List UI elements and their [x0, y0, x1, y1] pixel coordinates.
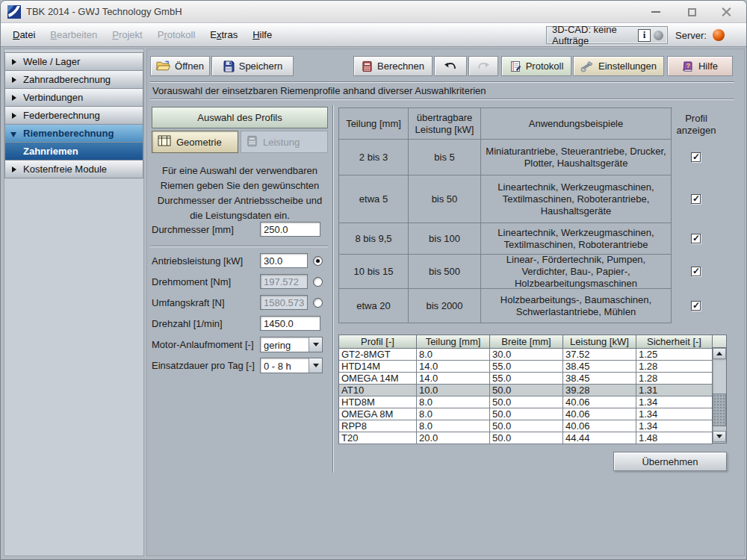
apply-button[interactable]: Übernehmen — [613, 452, 727, 471]
profile-table-cell[interactable]: 1.34 — [636, 420, 713, 432]
profile-table-cell[interactable]: 1.28 — [636, 373, 713, 385]
profile-table-header[interactable]: Profil [-] — [339, 335, 417, 349]
dropdown-arrow-icon[interactable] — [309, 337, 322, 352]
profile-table-header[interactable]: Teilung [mm] — [417, 335, 490, 349]
profile-table-cell[interactable]: 38.45 — [563, 373, 636, 385]
profile-table-cell[interactable]: HTD8M — [339, 396, 417, 408]
profile-show-checkbox-4[interactable] — [691, 301, 701, 311]
belt-profile-selection-table: Teilung [mm]übertragbare Leistung [kW]An… — [338, 108, 672, 323]
sidebar-item-verbindungen[interactable]: Verbindungen — [4, 88, 143, 107]
scroll-down-icon[interactable] — [713, 431, 726, 442]
profile-table-cell[interactable]: 40.06 — [563, 396, 636, 408]
profile-table-cell[interactable]: 50.0 — [490, 420, 563, 432]
protocol-button[interactable]: Protokoll — [501, 56, 571, 76]
profile-table-cell[interactable]: 1.25 — [636, 349, 713, 361]
profile-table-cell[interactable]: 1.28 — [636, 361, 713, 373]
selection-table-cell: Lineartechnik, Werkzeugmaschinen, Textil… — [481, 175, 672, 223]
profile-table-cell[interactable]: GT2-8MGT — [339, 349, 417, 361]
profile-table-cell[interactable]: 1.31 — [636, 385, 713, 396]
menu-item-hilfe[interactable]: Hilfe — [245, 29, 279, 40]
settings-button[interactable]: Einstellungen — [573, 56, 664, 76]
field-input-0[interactable]: 30.0 — [260, 253, 308, 268]
profile-table-cell[interactable]: 39.28 — [563, 385, 636, 396]
sidebar-item-kostenfreie-module[interactable]: Kostenfreie Module — [4, 160, 143, 178]
diameter-input[interactable]: 250.0 — [260, 222, 320, 237]
selection-table-cell: 8 bis 9,5 — [339, 223, 409, 255]
scrollbar-track[interactable] — [713, 359, 726, 431]
profile-table-cell[interactable]: 50.0 — [490, 432, 563, 444]
power-tab-button: Leistung — [241, 131, 328, 153]
profile-table-cell[interactable]: 55.0 — [490, 361, 563, 373]
profile-table-cell[interactable]: OMEGA 8M — [339, 408, 417, 420]
profile-table-header[interactable]: Sicherheit [-] — [636, 335, 713, 349]
sidebar-item-zahnradberechnung[interactable]: Zahnradberechnung — [4, 70, 143, 89]
profile-table-cell[interactable]: 40.06 — [563, 408, 636, 420]
sidebar-item-welle-lager[interactable]: Welle / Lager — [4, 52, 143, 71]
save-button[interactable]: Speichern — [211, 56, 294, 76]
profile-table-cell[interactable]: 37.52 — [563, 349, 636, 361]
dropdown-arrow-icon[interactable] — [309, 358, 322, 373]
profile-table-cell[interactable]: 1.34 — [636, 396, 713, 408]
profile-show-checkbox-2[interactable] — [691, 234, 701, 243]
radio-button-0[interactable] — [313, 256, 323, 266]
close-icon[interactable] — [715, 4, 737, 20]
profile-table-cell[interactable]: 14.0 — [417, 361, 490, 373]
profile-table-cell[interactable]: 20.0 — [417, 432, 490, 444]
profile-table-cell[interactable]: OMEGA 14M — [339, 373, 417, 385]
geometry-tab-button[interactable]: Geometrie — [152, 131, 238, 153]
profile-table-cell[interactable]: 14.0 — [417, 373, 490, 385]
profile-table-cell[interactable]: 8.0 — [417, 349, 490, 361]
field-input-3[interactable]: 1450.0 — [260, 316, 320, 331]
radio-button-2[interactable] — [313, 298, 323, 308]
minimize-icon[interactable] — [645, 4, 667, 20]
scroll-up-icon[interactable] — [713, 348, 726, 359]
scrollbar-thumb[interactable] — [713, 393, 726, 426]
profile-table-header[interactable]: Leistung [kW] — [563, 335, 636, 349]
selection-table-cell: etwa 5 — [339, 175, 409, 223]
profile-table-cell[interactable]: 30.0 — [490, 349, 563, 361]
profile-table-cell[interactable]: 8.0 — [417, 396, 490, 408]
undo-button[interactable] — [434, 56, 467, 76]
profile-show-checkbox-0[interactable] — [691, 152, 701, 162]
dropdown-4[interactable]: gering — [260, 337, 323, 352]
maximize-icon[interactable] — [681, 4, 703, 20]
profile-selection-button[interactable]: Auswahl des Profils — [152, 107, 328, 128]
profile-table-cell[interactable]: 50.0 — [490, 385, 563, 396]
info-icon[interactable]: i — [638, 29, 651, 42]
window-title: TBK 2014 - GWJ Technology GmbH — [26, 6, 182, 17]
profile-table-header[interactable]: Breite [mm] — [490, 335, 563, 349]
menu-item-datei[interactable]: Datei — [5, 29, 43, 40]
profile-table-cell[interactable]: T20 — [339, 432, 417, 444]
chevron-right-icon — [12, 95, 16, 101]
calculate-button[interactable]: Berechnen — [353, 56, 433, 76]
profile-table-cell[interactable]: 8.0 — [417, 408, 490, 420]
profile-table-cell[interactable]: 44.44 — [563, 432, 636, 444]
profile-table-cell[interactable]: 1.48 — [636, 432, 713, 444]
dropdown-5[interactable]: 0 - 8 h — [260, 358, 323, 373]
profile-table-cell[interactable]: 38.45 — [563, 361, 636, 373]
profile-table-cell[interactable]: RPP8 — [339, 420, 417, 432]
profile-table-cell[interactable]: 55.0 — [490, 373, 563, 385]
dropdown-value: 0 - 8 h — [261, 358, 309, 373]
sidebar-item-federberechnung[interactable]: Federberechnung — [4, 106, 143, 125]
profile-table-cell[interactable]: 8.0 — [417, 420, 490, 432]
menu-item-extras[interactable]: Extras — [202, 29, 245, 40]
sidebar-item-label: Zahnradberechnung — [23, 74, 111, 85]
profile-show-checkbox-1[interactable] — [691, 194, 701, 204]
profile-table-cell[interactable]: 10.0 — [417, 385, 490, 396]
profile-table-cell[interactable]: AT10 — [339, 385, 417, 396]
profile-table-cell[interactable]: HTD14M — [339, 361, 417, 373]
table-scrollbar[interactable] — [712, 335, 727, 444]
radio-button-1[interactable] — [313, 277, 323, 287]
sidebar-item-riemenberechnung[interactable]: Riemenberechnung — [4, 124, 143, 143]
profile-show-checkbox-3[interactable] — [691, 267, 701, 276]
profile-table-cell[interactable]: 50.0 — [490, 396, 563, 408]
redo-icon — [477, 61, 490, 71]
profile-table-cell[interactable]: 1.34 — [636, 408, 713, 420]
divider-line — [150, 246, 328, 247]
profile-table-cell[interactable]: 40.06 — [563, 420, 636, 432]
profile-table-cell[interactable]: 50.0 — [490, 408, 563, 420]
sidebar-item-zahnriemen[interactable]: Zahnriemen — [4, 142, 143, 161]
open-button[interactable]: Öffnen — [150, 56, 210, 76]
help-button[interactable]: ? Hilfe — [667, 56, 733, 76]
